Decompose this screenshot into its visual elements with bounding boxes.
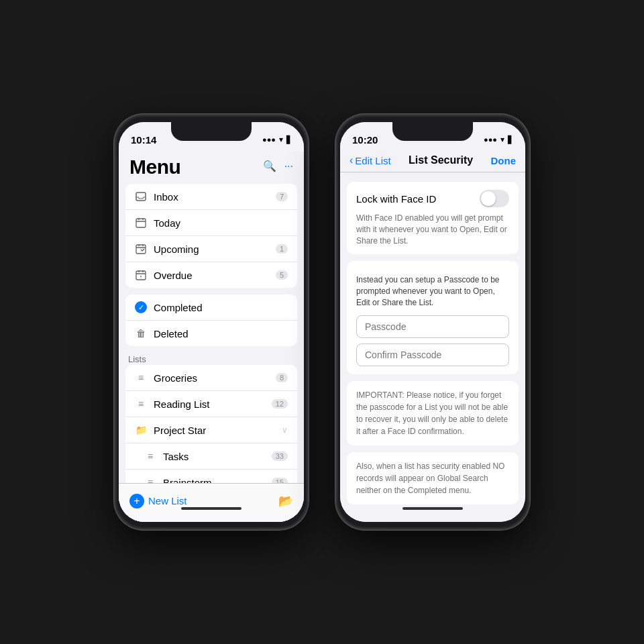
menu-item-today[interactable]: Today (125, 210, 297, 236)
battery-icon: ▋ (286, 136, 292, 144)
important-card: IMPORTANT: Please notice, if you forget … (347, 381, 519, 445)
groceries-icon: ≡ (135, 372, 147, 384)
folder-add-icon[interactable]: 📂 (278, 494, 293, 508)
home-bar-1 (181, 507, 241, 510)
toggle-knob (481, 191, 496, 206)
inbox-badge: 7 (276, 192, 288, 201)
phone-1: 10:14 ●●● ▾ ▋ Menu 🔍 ··· (114, 114, 309, 530)
passcode-input[interactable] (356, 315, 509, 338)
today-label: Today (154, 217, 180, 229)
wifi-icon-2: ▾ (500, 135, 504, 144)
also-card: Also, when a list has security enabled N… (347, 452, 519, 504)
tasks-badge: 33 (272, 451, 288, 461)
project-star-icon: 📁 (135, 424, 147, 436)
signal-icon: ●●● (262, 136, 276, 144)
completed-label: Completed (154, 302, 203, 313)
security-screen: ‹ Edit List List Security Done Lock with… (340, 152, 525, 522)
phone-2: 10:20 ●●● ▾ ▋ ‹ Edit List List Security … (335, 114, 530, 530)
system-items-section: Inbox 7 Today (125, 184, 297, 288)
overdue-badge: 5 (276, 270, 288, 280)
menu-item-overdue[interactable]: Overdue 5 (125, 262, 297, 288)
back-label: Edit List (355, 155, 390, 166)
face-id-row: Lock with Face ID (356, 190, 509, 207)
passcode-card: Instead you can setup a Passcode to be p… (347, 261, 519, 374)
trash-icon: 🗑 (135, 327, 147, 339)
back-chevron-icon: ‹ (350, 154, 353, 166)
new-list-plus-icon: + (129, 494, 144, 508)
face-id-description: With Face ID enabled you will get prompt… (356, 213, 509, 246)
reading-list-badge: 12 (272, 399, 288, 409)
completed-icon: ✓ (135, 301, 147, 313)
svg-rect-3 (136, 271, 146, 280)
tasks-icon: ≡ (144, 450, 156, 462)
menu-header: Menu 🔍 ··· (119, 152, 304, 184)
upcoming-badge: 1 (276, 244, 288, 254)
nav-bar: ‹ Edit List List Security Done (340, 152, 525, 172)
menu-item-upcoming[interactable]: Upcoming 1 (125, 236, 297, 262)
groceries-label: Groceries (154, 372, 197, 384)
status-icons-2: ●●● ▾ ▋ (484, 135, 513, 144)
signal-icon-2: ●●● (484, 136, 497, 144)
battery-icon-2: ▋ (508, 136, 513, 144)
tasks-label: Tasks (163, 451, 189, 462)
reading-list-icon: ≡ (135, 398, 147, 410)
new-list-button[interactable]: + New List (129, 494, 187, 508)
done-button[interactable]: Done (491, 155, 517, 166)
menu-item-inbox[interactable]: Inbox 7 (125, 184, 297, 210)
upcoming-icon (135, 243, 147, 255)
today-icon (135, 217, 147, 229)
menu-header-icons: 🔍 ··· (263, 156, 293, 172)
face-id-label: Lock with Face ID (356, 193, 436, 205)
menu-item-completed[interactable]: ✓ Completed (125, 294, 297, 321)
special-items-section: ✓ Completed 🗑 Deleted (125, 294, 297, 346)
menu-item-deleted[interactable]: 🗑 Deleted (125, 321, 297, 346)
nav-title: List Security (409, 154, 473, 166)
svg-rect-0 (136, 193, 146, 201)
also-text: Also, when a list has security enabled N… (356, 460, 509, 496)
more-icon[interactable]: ··· (284, 160, 293, 172)
menu-title: Menu (129, 156, 180, 178)
project-star-chevron: ∨ (282, 425, 288, 435)
menu-content: Inbox 7 Today (119, 184, 304, 522)
menu-bottom-bar: + New List 📂 (119, 483, 304, 522)
security-content: Lock with Face ID With Face ID enabled y… (340, 172, 525, 522)
notch-2 (392, 122, 473, 141)
overdue-label: Overdue (154, 270, 193, 281)
face-id-toggle[interactable] (480, 190, 509, 207)
upcoming-label: Upcoming (154, 244, 199, 255)
menu-item-groceries[interactable]: ≡ Groceries 8 (125, 365, 297, 391)
wifi-icon: ▾ (279, 135, 283, 144)
overdue-icon (135, 269, 147, 281)
groceries-badge: 8 (276, 373, 288, 382)
search-icon[interactable]: 🔍 (263, 160, 276, 172)
status-time-2: 10:20 (352, 134, 378, 146)
phone-2-screen: 10:20 ●●● ▾ ▋ ‹ Edit List List Security … (340, 122, 525, 522)
important-text: IMPORTANT: Please notice, if you forget … (356, 389, 509, 437)
face-id-card: Lock with Face ID With Face ID enabled y… (347, 182, 519, 254)
new-list-label: New List (148, 495, 187, 506)
reading-list-label: Reading List (154, 398, 209, 410)
menu-item-reading-list[interactable]: ≡ Reading List 12 (125, 391, 297, 417)
deleted-label: Deleted (154, 328, 189, 339)
status-time-1: 10:14 (131, 134, 156, 146)
menu-item-project-star[interactable]: 📁 Project Star ∨ (125, 417, 297, 443)
home-bar-2 (402, 507, 463, 510)
lists-section-label: Lists (119, 349, 156, 367)
inbox-label: Inbox (154, 191, 178, 203)
menu-screen: Menu 🔍 ··· (119, 152, 304, 522)
phone-1-screen: 10:14 ●●● ▾ ▋ Menu 🔍 ··· (119, 122, 304, 522)
passcode-description: Instead you can setup a Passcode to be p… (356, 274, 509, 308)
menu-item-tasks[interactable]: ≡ Tasks 33 (125, 443, 297, 470)
svg-rect-1 (136, 219, 146, 227)
inbox-icon (135, 191, 147, 203)
confirm-passcode-input[interactable] (356, 343, 509, 366)
status-icons-1: ●●● ▾ ▋ (262, 135, 292, 144)
project-star-label: Project Star (154, 425, 206, 436)
back-button[interactable]: ‹ Edit List (350, 154, 391, 166)
notch-1 (171, 122, 252, 141)
